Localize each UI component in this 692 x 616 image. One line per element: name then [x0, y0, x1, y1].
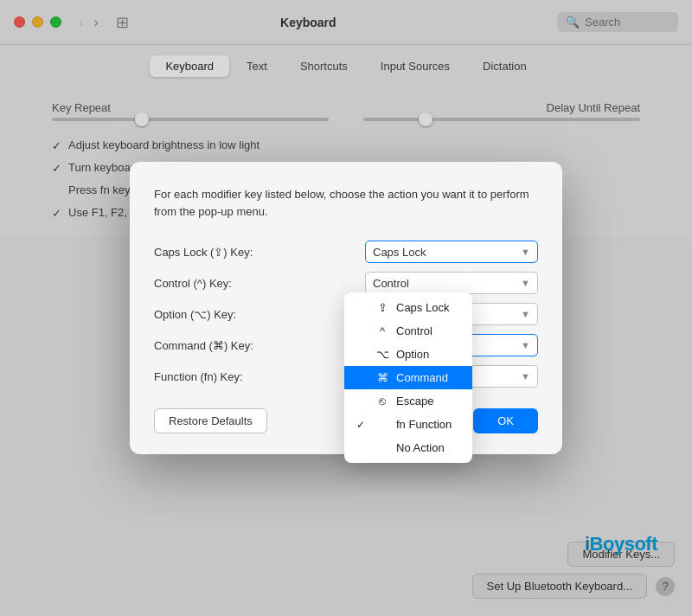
dropdown-item-option[interactable]: ⌥ Option	[344, 343, 472, 366]
modifier-label-caps-lock: Caps Lock (⇪) Key:	[154, 246, 253, 259]
select-arrow-1: ▼	[521, 247, 530, 257]
dropdown-item-control[interactable]: ^ Control	[344, 319, 472, 343]
modifier-label-control: Control (^) Key:	[154, 277, 232, 290]
modifier-label-command: Command (⌘) Key:	[154, 339, 253, 352]
modifier-label-function: Function (fn) Key:	[154, 370, 243, 383]
dropdown-item-caps-lock[interactable]: ⇪ Caps Lock	[344, 296, 472, 319]
modifier-select-control[interactable]: Control ▼	[365, 272, 538, 294]
dropdown-label-no-action: No Action	[396, 441, 445, 454]
dropdown-label-fn: fn Function	[396, 418, 452, 431]
dropdown-label-control: Control	[396, 324, 432, 337]
dropdown-menu: ⇪ Caps Lock ^ Control ⌥ Option ⌘ Command…	[344, 292, 472, 463]
dropdown-label-option: Option	[396, 348, 429, 361]
modifier-row-control: Control (^) Key: Control ▼	[154, 272, 538, 294]
dropdown-item-fn[interactable]: ✓ fn Function	[344, 413, 472, 436]
dropdown-icon-option: ⌥	[375, 348, 389, 361]
restore-defaults-button[interactable]: Restore Defaults	[154, 408, 267, 433]
dropdown-icon-command: ⌘	[375, 371, 389, 384]
dropdown-check-fn: ✓	[356, 419, 368, 431]
dropdown-item-escape[interactable]: ⎋ Escape	[344, 389, 472, 413]
modifier-label-option: Option (⌥) Key:	[154, 308, 236, 321]
select-arrow-4: ▼	[521, 340, 530, 350]
modifier-select-caps-lock[interactable]: Caps Lock ▼	[365, 241, 538, 263]
dropdown-item-command[interactable]: ⌘ Command	[344, 366, 472, 389]
dropdown-icon-escape: ⎋	[375, 395, 389, 407]
modifier-row-caps-lock: Caps Lock (⇪) Key: Caps Lock ▼	[154, 241, 538, 263]
dropdown-label-escape: Escape	[396, 395, 433, 407]
dropdown-label-caps-lock: Caps Lock	[396, 301, 449, 314]
dropdown-label-command: Command	[396, 371, 448, 384]
modal-description: For each modifier key listed below, choo…	[154, 186, 538, 220]
dropdown-icon-control: ^	[375, 324, 389, 337]
dropdown-item-no-action[interactable]: No Action	[344, 436, 472, 459]
modifier-value-control: Control	[373, 277, 409, 290]
select-arrow-3: ▼	[521, 309, 530, 319]
dropdown-icon-caps-lock: ⇪	[375, 301, 389, 314]
select-arrow-5: ▼	[521, 371, 530, 382]
ok-button[interactable]: OK	[473, 408, 538, 433]
modifier-value-caps-lock: Caps Lock	[373, 246, 426, 259]
select-arrow-2: ▼	[521, 278, 530, 288]
